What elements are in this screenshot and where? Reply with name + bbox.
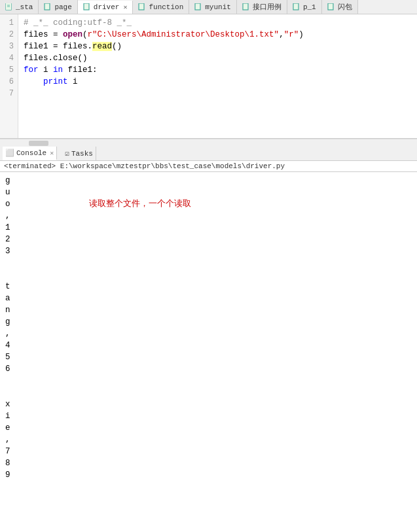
output-t: t [5,281,412,293]
code-container: 1 2 3 4 5 6 7 # _*_ coding:utf-8 _*_ fil… [0,14,417,138]
editor-scrollbar[interactable] [0,139,417,147]
console-icon: ⬜ [5,149,14,157]
code-line-7 [24,89,29,98]
output-6: 6 [5,363,412,375]
tab-page[interactable]: page [39,0,77,14]
console-tab-console[interactable]: ⬜ Console ✕ [3,147,57,160]
tab-label: myunit [205,3,231,11]
page-icon [83,3,91,11]
line-numbers: 1 2 3 4 5 6 7 [0,14,18,138]
svg-rect-7 [195,3,200,10]
tab-_sta[interactable]: _sta [0,0,39,14]
output-o: o读取整个文件，一个个读取 [5,198,412,210]
tab-myunit[interactable]: myunit [189,0,237,14]
tab-label: p_1 [303,3,316,11]
page-icon [44,3,52,11]
page-icon [242,3,250,11]
console-tab-bar: ⬜ Console ✕ ☑ Tasks [0,147,417,161]
output-9: 9 [5,469,412,481]
tab-label: function [149,3,183,11]
tab-label: 闪包 [338,2,352,12]
output-blank3 [5,375,412,387]
tab-p1[interactable]: p_1 [287,0,322,14]
output-blank4 [5,387,412,399]
tab-function[interactable]: function [133,0,189,14]
console-close-icon[interactable]: ✕ [50,149,54,157]
output-x: x [5,399,412,410]
output-i: i [5,410,412,422]
page-icon [138,3,146,11]
tab-label: 接口用例 [253,2,281,12]
svg-rect-6 [139,3,144,10]
output-n: n [5,304,412,316]
output-comma3: , [5,434,412,446]
svg-rect-4 [45,3,50,10]
svg-rect-5 [84,3,89,10]
output-blank2 [5,269,412,281]
output-1: 1 [5,222,412,234]
code-line-6: print i [24,77,78,86]
console-tab-tasks[interactable]: ☑ Tasks [62,147,96,160]
scrollbar-thumb[interactable] [29,141,48,146]
code-content[interactable]: # _*_ coding:utf-8 _*_ files = open(r"C:… [18,14,417,138]
tab-label: _sta [16,3,33,11]
tab-label: page [54,3,71,11]
output-gp: g [5,316,412,328]
output-3: 3 [5,245,412,257]
tab-driver[interactable]: driver ✕ [78,1,134,14]
output-blank1 [5,257,412,269]
page-icon [194,3,202,11]
output-a: a [5,293,412,304]
tab-jiekou[interactable]: 接口用例 [237,0,287,14]
code-line-3: file1 = files.read() [24,42,122,51]
console-tab-label: Console [16,149,46,157]
output-comma1: , [5,210,412,222]
tasks-tab-label: Tasks [71,150,93,158]
annotation-text: 读取整个文件，一个个读取 [89,200,191,209]
status-text: <terminated> E:\workspace\mztestpr\bbs\t… [4,162,285,170]
page-icon [293,3,300,11]
status-bar: <terminated> E:\workspace\mztestpr\bbs\t… [0,161,417,172]
svg-rect-8 [243,3,248,10]
svg-rect-10 [328,3,333,10]
code-line-5: for i in file1: [24,65,98,75]
page-icon [5,3,13,11]
output-4: 4 [5,340,412,351]
code-line-4: files.close() [24,54,88,63]
tab-label: driver [94,3,120,11]
output-2: 2 [5,234,412,245]
editor-area[interactable]: 1 2 3 4 5 6 7 # _*_ coding:utf-8 _*_ fil… [0,14,417,139]
output-8: 8 [5,457,412,469]
output-e: e [5,422,412,434]
tasks-icon: ☑ [65,149,69,158]
tab-bar: _sta page driver ✕ function myunit 接口用例 … [0,0,417,14]
tab-close-icon[interactable]: ✕ [123,3,127,11]
code-line-2: files = open(r"C:\Users\Administrator\De… [24,30,304,39]
output-g: g [5,175,412,186]
output-comma2: , [5,328,412,340]
output-5: 5 [5,351,412,363]
code-line-1: # _*_ coding:utf-8 _*_ [24,18,132,27]
output-7: 7 [5,446,412,457]
output-u: u [5,186,412,198]
tab-flash[interactable]: 闪包 [322,0,358,14]
console-output[interactable]: g u o读取整个文件，一个个读取 , 1 2 3 t a n g , 4 5 … [0,172,417,529]
svg-rect-9 [293,3,299,10]
page-icon [327,3,335,11]
